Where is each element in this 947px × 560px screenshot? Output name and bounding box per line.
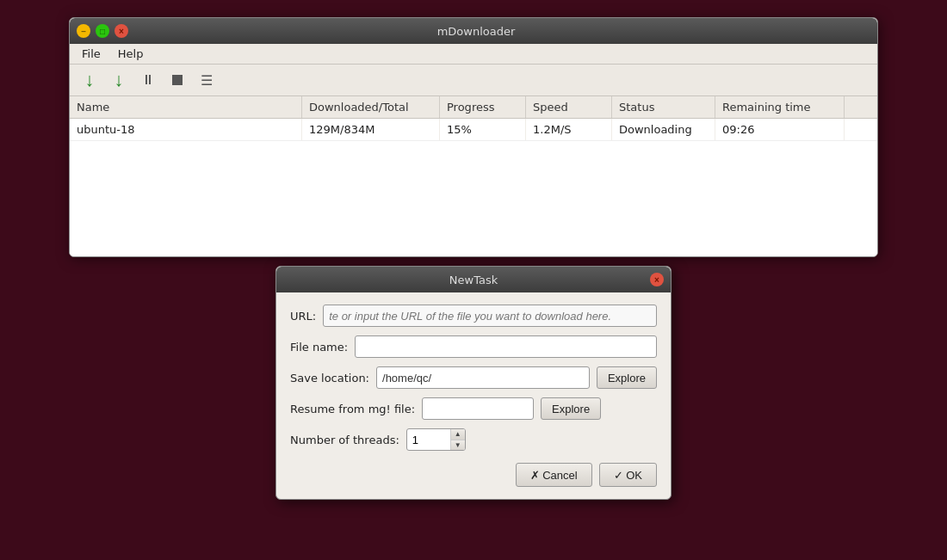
- table-row[interactable]: ubuntu-18 129M/834M 15% 1.2M/S Downloadi…: [70, 119, 877, 141]
- table-body: ubuntu-18 129M/834M 15% 1.2M/S Downloadi…: [70, 119, 877, 256]
- header-progress: Progress: [440, 96, 526, 118]
- url-input[interactable]: [323, 305, 657, 327]
- cell-remaining: 09:26: [715, 119, 845, 140]
- spinner-buttons: ▲ ▼: [450, 428, 465, 451]
- resume-input[interactable]: [422, 397, 534, 420]
- list-icon: ☰: [201, 72, 213, 89]
- dialog-overlay: NewTask × URL: File name: Save location:: [275, 266, 672, 500]
- cell-downloaded: 129M/834M: [302, 119, 440, 140]
- header-remaining: Remaining time: [715, 96, 845, 118]
- list-button[interactable]: ☰: [194, 68, 220, 92]
- cell-name: ubuntu-18: [70, 119, 302, 140]
- threads-label: Number of threads:: [290, 434, 399, 446]
- menu-bar: File Help: [70, 44, 877, 65]
- table-header: Name Downloaded/Total Progress Speed Sta…: [70, 96, 877, 119]
- dialog-body: URL: File name: Save location: Explore R…: [276, 292, 671, 499]
- new-ftp-button[interactable]: ↓: [106, 68, 132, 92]
- url-row: URL:: [290, 305, 657, 327]
- header-speed: Speed: [526, 96, 612, 118]
- maximize-button[interactable]: □: [96, 24, 109, 38]
- download-table: Name Downloaded/Total Progress Speed Sta…: [70, 96, 877, 256]
- header-status: Status: [612, 96, 715, 118]
- resume-label: Resume from mg! file:: [290, 403, 415, 415]
- main-title-bar: – □ × mDownloader: [70, 18, 877, 44]
- dialog-title: NewTask: [297, 274, 650, 286]
- new-download-button[interactable]: ↓: [77, 68, 102, 92]
- filename-row: File name:: [290, 335, 657, 358]
- new-task-dialog: NewTask × URL: File name: Save location:: [275, 266, 672, 500]
- main-window: – □ × mDownloader File Help ↓ ↓ ⏸: [69, 17, 878, 257]
- dialog-title-bar: NewTask ×: [276, 267, 671, 292]
- threads-row: Number of threads: ▲ ▼: [290, 428, 657, 451]
- save-location-row: Save location: Explore: [290, 366, 657, 389]
- ok-button[interactable]: ✓ OK: [599, 463, 657, 487]
- filename-input[interactable]: [355, 335, 657, 358]
- dialog-buttons: ✗ Cancel ✓ OK: [290, 463, 657, 487]
- toolbar: ↓ ↓ ⏸ ☰: [70, 65, 877, 96]
- pause-icon: ⏸: [141, 72, 155, 88]
- pause-button[interactable]: ⏸: [135, 68, 161, 92]
- save-location-input[interactable]: [376, 366, 590, 389]
- cell-speed: 1.2M/S: [526, 119, 612, 140]
- close-button[interactable]: ×: [115, 24, 128, 38]
- download-arrow-icon: ↓: [85, 69, 95, 91]
- cell-progress: 15%: [440, 119, 526, 140]
- menu-file[interactable]: File: [75, 46, 108, 62]
- spinner-down[interactable]: ▼: [451, 440, 465, 451]
- threads-input[interactable]: [407, 432, 450, 448]
- threads-spinner[interactable]: ▲ ▼: [406, 428, 466, 451]
- stop-icon: [172, 75, 183, 85]
- save-location-label: Save location:: [290, 372, 369, 385]
- header-name: Name: [70, 96, 302, 118]
- explore-location-button[interactable]: Explore: [597, 366, 657, 389]
- cancel-button[interactable]: ✗ Cancel: [516, 463, 592, 487]
- window-title: mDownloader: [128, 25, 824, 38]
- menu-help[interactable]: Help: [111, 46, 151, 62]
- url-label: URL:: [290, 310, 316, 323]
- stop-button[interactable]: [164, 68, 190, 92]
- resume-row: Resume from mg! file: Explore: [290, 397, 657, 420]
- window-controls: – □ ×: [77, 24, 128, 38]
- header-downloaded: Downloaded/Total: [302, 96, 440, 118]
- dialog-close-button[interactable]: ×: [650, 273, 664, 286]
- explore-resume-button[interactable]: Explore: [541, 397, 601, 420]
- cell-status: Downloading: [612, 119, 715, 140]
- minimize-button[interactable]: –: [77, 24, 90, 38]
- spinner-up[interactable]: ▲: [451, 428, 465, 440]
- ftp-arrow-icon: ↓: [115, 69, 124, 91]
- filename-label: File name:: [290, 341, 348, 354]
